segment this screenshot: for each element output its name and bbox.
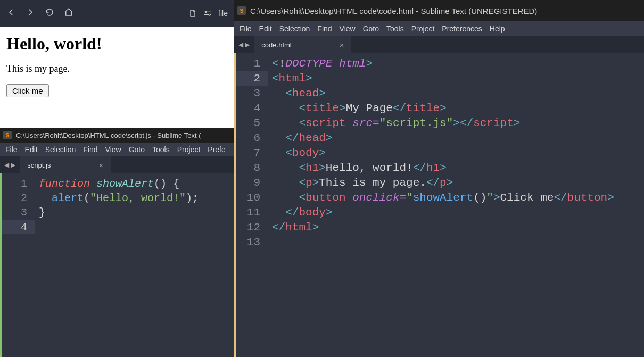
code-line [39, 220, 234, 234]
window-titlebar[interactable]: S C:\Users\Rohit\Desktop\HTML code\code.… [234, 0, 644, 21]
close-icon[interactable]: × [98, 161, 103, 170]
browser-window: file Hello, world! This is my page. Clic… [0, 0, 234, 128]
sublime-window-scriptjs: S C:\Users\Rohit\Desktop\HTML code\scrip… [0, 128, 234, 357]
code-line: <button onclick="showAlert()">Click me</… [272, 190, 644, 205]
svg-point-0 [205, 11, 207, 13]
menu-goto[interactable]: Goto [360, 23, 382, 34]
gutter: 1234 [2, 173, 35, 357]
menu-tools[interactable]: Tools [149, 144, 173, 155]
menu-selection[interactable]: Selection [276, 23, 313, 34]
tab-nav[interactable]: ◀ ▶ [234, 36, 254, 53]
code-line: <body> [272, 146, 644, 161]
code-line: </html> [272, 220, 644, 235]
tab-scriptjs[interactable]: script.js × [20, 156, 111, 173]
menu-bar: FileEditSelectionFindViewGotoToolsProjec… [234, 21, 644, 36]
menu-edit[interactable]: Edit [256, 23, 275, 34]
menu-edit[interactable]: Edit [22, 144, 41, 155]
line-number: 3 [2, 205, 27, 220]
line-number: 4 [2, 220, 35, 234]
code-line: } [39, 205, 234, 220]
menu-file[interactable]: File [236, 23, 255, 34]
line-number: 9 [236, 176, 260, 190]
gutter: 12345678910111213 [236, 53, 268, 357]
code-line: <head> [272, 86, 644, 101]
tab-label: code.html [261, 41, 291, 49]
menu-selection[interactable]: Selection [42, 144, 79, 155]
browser-toolbar: file [0, 0, 234, 27]
window-titlebar[interactable]: S C:\Users\Rohit\Desktop\HTML code\scrip… [0, 128, 234, 143]
sublime-icon: S [3, 131, 12, 139]
menu-tools[interactable]: Tools [383, 23, 407, 34]
code-line: <html> [272, 71, 644, 86]
code-area[interactable]: function showAlert() { alert("Hello, wor… [35, 173, 234, 357]
code-line: <!DOCTYPE html> [272, 56, 644, 71]
tab-label: script.js [27, 161, 51, 169]
code-line: alert("Hello, world!"); [39, 191, 234, 205]
tab-nav[interactable]: ◀ ▶ [0, 156, 20, 173]
line-number: 13 [236, 235, 260, 250]
page-button[interactable]: Click me [6, 84, 49, 97]
code-editor[interactable]: 12345678910111213 <!DOCTYPE html><html> … [234, 53, 644, 357]
line-number: 11 [236, 205, 260, 220]
page-paragraph: This is my page. [6, 63, 228, 74]
page-viewport: Hello, world! This is my page. Click me [0, 27, 234, 128]
menu-prefe[interactable]: Prefe [204, 144, 228, 155]
code-line: </head> [272, 131, 644, 146]
menu-find[interactable]: Find [314, 23, 335, 34]
line-number: 2 [236, 71, 268, 86]
line-number: 1 [2, 177, 27, 191]
menu-project[interactable]: Project [174, 144, 204, 155]
menu-file[interactable]: File [2, 144, 21, 155]
window-title: C:\Users\Rohit\Desktop\HTML code\code.ht… [250, 6, 537, 15]
code-line: <script src="script.js"></script> [272, 116, 644, 131]
menu-bar: FileEditSelectionFindViewGotoToolsProjec… [0, 143, 234, 156]
line-number: 6 [236, 131, 260, 146]
tab-bar: ◀ ▶ code.html × [234, 36, 644, 53]
code-line: function showAlert() { [39, 177, 234, 191]
tab-codehtml[interactable]: code.html × [254, 36, 351, 53]
sublime-icon: S [237, 6, 246, 15]
code-line: <p>This is my page.</p> [272, 176, 644, 190]
menu-goto[interactable]: Goto [126, 144, 148, 155]
menu-project[interactable]: Project [408, 23, 438, 34]
menu-view[interactable]: View [102, 144, 125, 155]
code-area[interactable]: <!DOCTYPE html><html> <head> <title>My P… [268, 53, 644, 357]
code-editor[interactable]: 1234 function showAlert() { alert("Hello… [0, 173, 234, 357]
reload-button[interactable] [45, 7, 54, 19]
line-number: 4 [236, 101, 260, 116]
forward-button[interactable] [26, 7, 35, 19]
line-number: 3 [236, 86, 260, 101]
window-title: C:\Users\Rohit\Desktop\HTML code\script.… [16, 131, 201, 139]
close-icon[interactable]: × [340, 40, 344, 49]
line-number: 2 [2, 191, 27, 205]
menu-preferences[interactable]: Preferences [439, 23, 485, 34]
line-number: 1 [236, 56, 260, 71]
code-line [272, 235, 644, 250]
address-bar[interactable]: file [188, 9, 228, 18]
menu-help[interactable]: Help [486, 23, 508, 34]
svg-point-1 [209, 14, 210, 15]
page-icon [188, 9, 197, 18]
line-number: 5 [236, 116, 260, 131]
line-number: 10 [236, 190, 260, 205]
page-heading: Hello, world! [6, 34, 228, 54]
menu-view[interactable]: View [336, 23, 359, 34]
sublime-window-codehtml: S C:\Users\Rohit\Desktop\HTML code\code.… [234, 0, 644, 357]
settings-icon [203, 9, 212, 18]
home-button[interactable] [64, 7, 73, 19]
tab-bar: ◀ ▶ script.js × [0, 156, 234, 173]
line-number: 12 [236, 220, 260, 235]
url-text: file [218, 9, 228, 18]
menu-find[interactable]: Find [80, 144, 101, 155]
code-line: <h1>Hello, world!</h1> [272, 161, 644, 176]
code-line: <title>My Page</title> [272, 101, 644, 116]
code-line: </body> [272, 205, 644, 220]
back-button[interactable] [6, 7, 16, 19]
line-number: 8 [236, 161, 260, 176]
line-number: 7 [236, 146, 260, 161]
